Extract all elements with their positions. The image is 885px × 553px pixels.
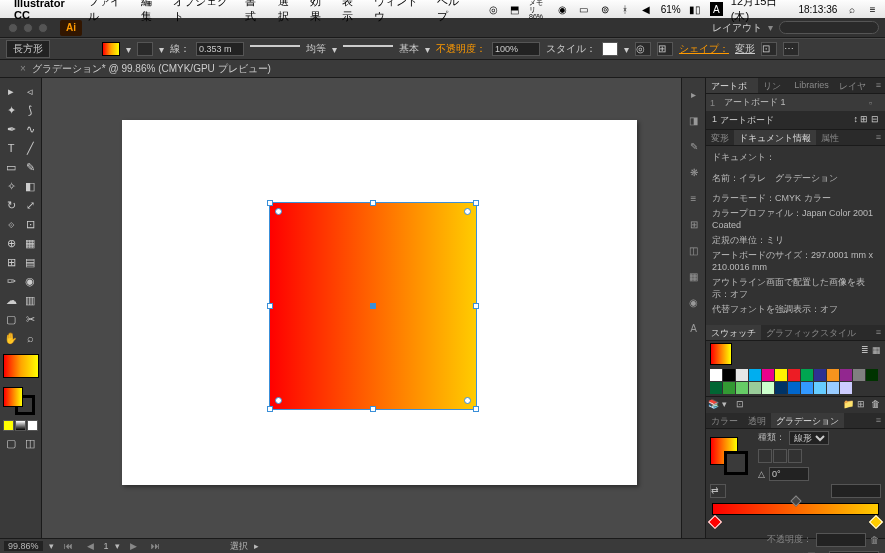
- eyedropper-tool[interactable]: ✑: [2, 272, 20, 290]
- eraser-tool[interactable]: ◧: [21, 177, 39, 195]
- swatch[interactable]: [788, 382, 800, 394]
- fill-dropdown-icon[interactable]: ▾: [126, 44, 131, 55]
- stroke-weight-input[interactable]: [196, 42, 244, 56]
- character-icon[interactable]: A: [686, 320, 702, 336]
- resize-handle[interactable]: [267, 303, 273, 309]
- document-tab-title[interactable]: グラデーション* @ 99.86% (CMYK/GPU プレビュー): [32, 62, 271, 76]
- color-mode-icon[interactable]: [3, 420, 14, 431]
- pathfinder-icon[interactable]: ◫: [686, 242, 702, 258]
- workspace-label[interactable]: レイアウト: [712, 21, 762, 35]
- close-tab-icon[interactable]: ×: [20, 63, 26, 74]
- opacity-label[interactable]: 不透明度：: [436, 42, 486, 56]
- display-icon[interactable]: ▭: [577, 2, 590, 16]
- current-swatch[interactable]: [710, 343, 732, 365]
- app-name[interactable]: Illustrator CC: [14, 0, 78, 21]
- symbols-icon[interactable]: ❋: [686, 164, 702, 180]
- swatch[interactable]: [853, 369, 865, 381]
- menu-edit[interactable]: 編集: [141, 0, 161, 24]
- lasso-tool[interactable]: ⟆: [21, 101, 39, 119]
- stop-opacity-input[interactable]: [816, 533, 866, 547]
- tab-libraries[interactable]: Libraries: [789, 78, 834, 93]
- graph-tool[interactable]: ▥: [21, 291, 39, 309]
- type-tool[interactable]: T: [2, 139, 20, 157]
- rotate-tool[interactable]: ↻: [2, 196, 20, 214]
- panel-buttons[interactable]: ↕ ⊞ ⊟: [853, 114, 879, 127]
- reverse-gradient-icon[interactable]: ⇄: [710, 484, 726, 498]
- scale-tool[interactable]: ⤢: [21, 196, 39, 214]
- perspective-tool[interactable]: ▦: [21, 234, 39, 252]
- resize-handle[interactable]: [370, 200, 376, 206]
- brush-tool[interactable]: ✎: [21, 158, 39, 176]
- battery-percent[interactable]: 61%: [661, 4, 681, 15]
- stroke-swatch[interactable]: [137, 42, 153, 56]
- tab-gradient[interactable]: グラデーション: [771, 413, 844, 428]
- resize-handle[interactable]: [267, 406, 273, 412]
- workspace-dropdown-icon[interactable]: ▾: [768, 22, 773, 33]
- nav-prev-icon[interactable]: ◀: [83, 541, 98, 551]
- line-icon[interactable]: ◉: [556, 2, 569, 16]
- menubar-time[interactable]: 18:13:36: [798, 4, 837, 15]
- nav-next-icon[interactable]: ▶: [126, 541, 141, 551]
- draw-mode-icon[interactable]: ◫: [21, 434, 39, 452]
- swatch[interactable]: [827, 369, 839, 381]
- status-dropdown-icon[interactable]: ▸: [254, 541, 259, 551]
- resize-handle[interactable]: [267, 200, 273, 206]
- pen-tool[interactable]: ✒: [2, 120, 20, 138]
- brushes-icon[interactable]: ✎: [686, 138, 702, 154]
- swatch[interactable]: [801, 369, 813, 381]
- more-icon[interactable]: ⋯: [783, 42, 799, 56]
- resize-handle[interactable]: [370, 406, 376, 412]
- dropdown-icon[interactable]: ▾: [332, 44, 337, 55]
- transparency-icon[interactable]: ▦: [686, 268, 702, 284]
- new-group-icon[interactable]: 📁: [843, 399, 855, 411]
- swatch[interactable]: [801, 382, 813, 394]
- swatch[interactable]: [749, 369, 761, 381]
- transform-link[interactable]: 変形: [735, 42, 755, 56]
- blend-tool[interactable]: ◉: [21, 272, 39, 290]
- memory-indicator[interactable]: メモリ86%: [529, 0, 548, 20]
- zoom-dropdown-icon[interactable]: ▾: [49, 541, 54, 551]
- style-swatch[interactable]: [602, 42, 618, 56]
- dropbox-icon[interactable]: ⬒: [508, 2, 521, 16]
- gradient-mode-icon[interactable]: [15, 420, 26, 431]
- free-transform-tool[interactable]: ⊡: [21, 215, 39, 233]
- opacity-input[interactable]: [492, 42, 540, 56]
- swatch[interactable]: [723, 369, 735, 381]
- gradient-stop[interactable]: [708, 514, 722, 528]
- shaper-tool[interactable]: ✧: [2, 177, 20, 195]
- tab-links[interactable]: リンク: [758, 78, 789, 93]
- input-icon[interactable]: A: [710, 2, 723, 16]
- symbol-tool[interactable]: ☁: [2, 291, 20, 309]
- dock-icon[interactable]: ▸: [686, 86, 702, 102]
- center-handle[interactable]: [370, 303, 376, 309]
- rectangle-tool[interactable]: ▭: [2, 158, 20, 176]
- resize-handle[interactable]: [473, 200, 479, 206]
- recolor-icon[interactable]: ◎: [635, 42, 651, 56]
- artboard-list-item[interactable]: 1 アートボード 1 ▫: [706, 94, 885, 112]
- menu-file[interactable]: ファイル: [88, 0, 128, 24]
- stroke-profile-preview[interactable]: [250, 45, 300, 53]
- curvature-tool[interactable]: ∿: [21, 120, 39, 138]
- tab-layers[interactable]: レイヤー: [834, 78, 872, 93]
- align-panel-icon[interactable]: ⊞: [686, 216, 702, 232]
- swatch[interactable]: [775, 382, 787, 394]
- artboard-options-icon[interactable]: ▫: [869, 98, 881, 108]
- new-swatch-icon[interactable]: ⊞: [857, 399, 869, 411]
- menu-select[interactable]: 選択: [278, 0, 298, 24]
- gradient-stop[interactable]: [869, 514, 883, 528]
- swatch[interactable]: [736, 369, 748, 381]
- none-mode-icon[interactable]: [27, 420, 38, 431]
- line-tool[interactable]: ╱: [21, 139, 39, 157]
- panel-menu-icon[interactable]: ≡: [872, 130, 885, 145]
- stroke-panel-icon[interactable]: ≡: [686, 190, 702, 206]
- gradient-angle-input[interactable]: [769, 467, 809, 481]
- swatch[interactable]: [814, 382, 826, 394]
- swatch-kind-icon[interactable]: ▾: [722, 399, 734, 411]
- notif-icon[interactable]: ≡: [866, 2, 879, 16]
- swatch[interactable]: [749, 382, 761, 394]
- swatch[interactable]: [814, 369, 826, 381]
- wifi-icon[interactable]: ⊚: [598, 2, 611, 16]
- menu-view[interactable]: 表示: [342, 0, 362, 24]
- selection-tool[interactable]: ▸: [2, 82, 20, 100]
- brush-preview[interactable]: [343, 45, 393, 53]
